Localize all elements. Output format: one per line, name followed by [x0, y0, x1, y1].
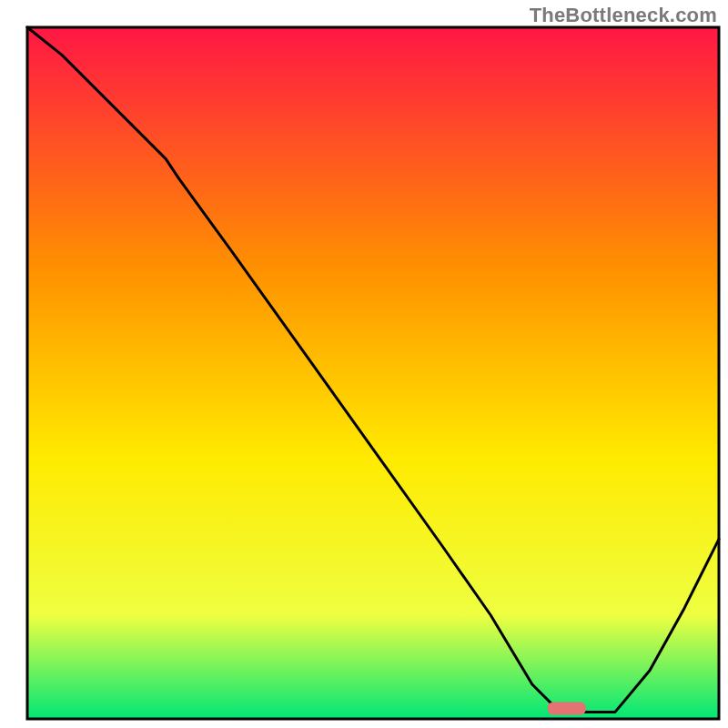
optimal-marker [548, 703, 586, 715]
plot-background [27, 27, 719, 719]
bottleneck-chart [0, 0, 728, 728]
